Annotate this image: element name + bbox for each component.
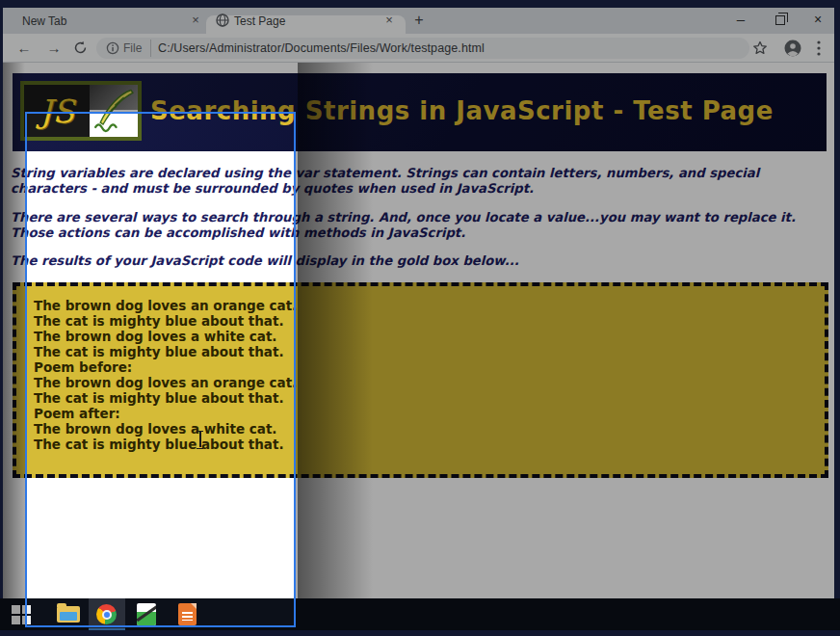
windows-logo-icon — [12, 605, 30, 623]
url-text[interactable]: C:/Users/Administrator/Documents/Files/W… — [158, 41, 485, 55]
restore-button[interactable] — [764, 8, 797, 34]
poem-line: The cat is mighty blue about that. — [34, 344, 297, 359]
start-button[interactable] — [4, 598, 40, 630]
intro-paragraph: String variables are declared using the … — [11, 166, 829, 196]
poem-line: The brown dog loves a white cat. — [34, 421, 297, 437]
close-tab-icon[interactable]: × — [188, 13, 203, 28]
page-title: Searching Strings in JavaScript - Test P… — [150, 96, 774, 125]
taskbar-text-editor[interactable] — [129, 598, 166, 630]
chrome-icon — [96, 604, 117, 624]
poem-line: The brown dog loves a white cat. — [34, 329, 297, 344]
forward-button[interactable]: → — [43, 38, 65, 59]
restore-icon — [775, 15, 785, 25]
taskbar-chrome[interactable] — [89, 598, 125, 630]
info-icon[interactable] — [106, 41, 119, 55]
editor-icon — [137, 603, 156, 625]
poem-line: Poem before: — [34, 359, 297, 375]
poem-line: The brown dog loves an orange cat. — [34, 375, 297, 390]
text-cursor — [196, 431, 204, 447]
minimize-button[interactable]: – — [724, 8, 757, 34]
windows-taskbar — [0, 598, 840, 630]
tab-test-page-label: Test Page — [234, 14, 285, 28]
poem-output: The brown dog loves an orange cat. The c… — [34, 298, 297, 452]
poem-line: The brown dog loves an orange cat. — [34, 298, 297, 313]
globe-favicon-icon — [216, 13, 229, 27]
quill-feather-icon — [90, 85, 138, 137]
close-window-button[interactable]: × — [801, 8, 834, 34]
profile-avatar-icon[interactable] — [784, 40, 801, 57]
close-tab-icon[interactable]: × — [381, 13, 397, 28]
omnibox-divider — [150, 40, 151, 57]
desktop-screen: New Tab × Test Page × + – × ← → File C:/… — [0, 0, 840, 636]
poem-line: Poem after: — [34, 406, 297, 421]
results-paragraph: The results of your JavaScript code will… — [11, 253, 829, 269]
tab-new-tab[interactable]: New Tab — [22, 14, 66, 28]
poem-line: The cat is mighty blue about that. — [34, 437, 297, 452]
poem-line: The cat is mighty blue about that. — [34, 313, 297, 329]
back-button[interactable]: ← — [13, 38, 35, 59]
taskbar-presentation[interactable] — [170, 598, 206, 630]
screen-frame — [0, 630, 840, 636]
search-paragraph: There are several ways to search through… — [11, 210, 829, 240]
poem-line: The cat is mighty blue about that. — [34, 390, 297, 406]
js-logo: JS — [20, 81, 142, 141]
taskbar-file-explorer[interactable] — [50, 598, 87, 630]
menu-dots-icon[interactable] — [817, 40, 821, 56]
new-tab-button[interactable]: + — [410, 12, 428, 29]
presentation-icon — [178, 603, 197, 625]
bookmark-star-icon[interactable] — [752, 40, 768, 56]
url-scheme-label: File — [123, 41, 142, 55]
js-logo-text: JS — [24, 85, 90, 137]
reload-icon[interactable] — [73, 40, 88, 55]
folder-icon — [57, 606, 80, 623]
